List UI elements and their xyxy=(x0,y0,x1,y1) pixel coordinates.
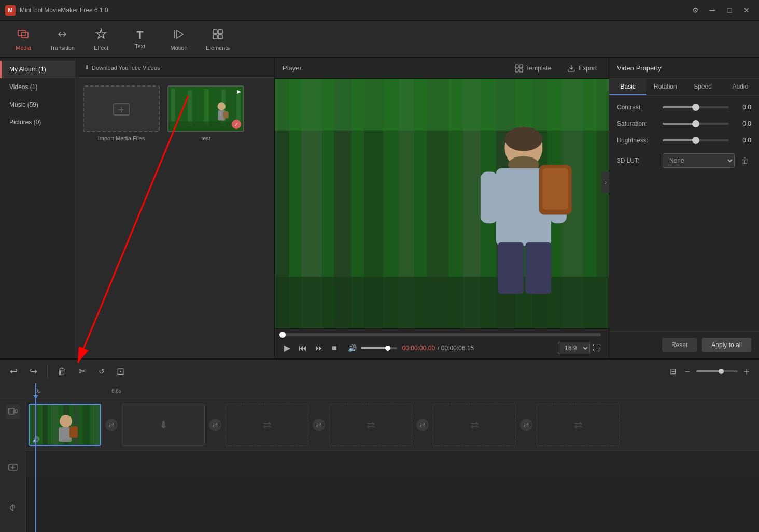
toolbar-media[interactable]: Media xyxy=(5,24,41,55)
brightness-value: 0.0 xyxy=(733,137,751,144)
lut-delete-button[interactable]: 🗑 xyxy=(739,154,751,167)
add-transition-4[interactable]: ⇄ xyxy=(415,404,430,446)
maximize-button[interactable]: □ xyxy=(722,3,737,18)
tab-audio[interactable]: Audio xyxy=(722,79,759,95)
storyboard-toggle[interactable]: ⊟ xyxy=(668,365,679,378)
export-button[interactable]: Export xyxy=(563,62,601,75)
download-youtube-button[interactable]: ⬇ Download YouTube Videos xyxy=(80,63,164,73)
sidebar-item-music[interactable]: Music (59) xyxy=(0,96,75,113)
sidebar-item-my-album[interactable]: My Album (1) xyxy=(0,61,75,78)
saturation-handle[interactable] xyxy=(692,120,699,127)
prev-frame-button[interactable]: ⏮ xyxy=(297,342,308,354)
media-grid: Import Media Files xyxy=(75,78,274,358)
minimize-button[interactable]: ─ xyxy=(705,3,720,18)
zoom-slider[interactable] xyxy=(696,370,738,372)
titlebar: M MiniTool MovieMaker Free 6.1.0 ⚙ ─ □ ✕ xyxy=(0,0,759,21)
settings-button[interactable]: ⚙ xyxy=(688,3,702,18)
player-label: Player xyxy=(283,64,302,72)
rotate-icon: ↺ xyxy=(99,367,105,376)
svg-rect-52 xyxy=(498,242,524,294)
undo-button[interactable]: ↩ xyxy=(8,364,20,379)
apply-all-button[interactable]: Apply to all xyxy=(702,338,751,352)
close-button[interactable]: ✕ xyxy=(739,3,754,18)
template-button[interactable]: Template xyxy=(511,62,556,75)
brightness-slider[interactable] xyxy=(663,139,729,141)
volume-slider[interactable] xyxy=(361,347,397,349)
video-clip-1[interactable]: 🔊 xyxy=(29,404,101,446)
text-icon: T xyxy=(136,30,143,41)
video-preview-content xyxy=(275,79,609,328)
zoom-out-button[interactable]: － xyxy=(683,365,692,378)
svg-rect-55 xyxy=(15,410,17,413)
zoom-in-button[interactable]: ＋ xyxy=(742,365,751,378)
add-transition-5[interactable]: ⇄ xyxy=(518,404,534,446)
redo-button[interactable]: ↪ xyxy=(27,364,39,379)
svg-rect-4 xyxy=(213,30,217,34)
svg-rect-5 xyxy=(218,30,222,34)
video-track-icon xyxy=(6,404,20,419)
controls-row: ▶ ⏮ ⏭ ■ 🔊 00:00:00.00 / 00:00:06.15 xyxy=(283,341,601,354)
progress-bar[interactable] xyxy=(283,333,601,336)
split-button[interactable]: ✂ xyxy=(77,364,89,379)
zoom-in-icon: ＋ xyxy=(742,365,751,378)
add-transition-3[interactable]: ⇄ xyxy=(311,404,327,446)
content-area: My Album (1) Videos (1) Music (59) Pictu… xyxy=(0,58,759,532)
svg-rect-42 xyxy=(275,79,609,131)
toolbar-transition[interactable]: Transition xyxy=(44,24,80,55)
sidebar-item-videos[interactable]: Videos (1) xyxy=(0,78,75,96)
brightness-handle[interactable] xyxy=(692,137,699,144)
tl-right-controls: ⊟ － ＋ xyxy=(668,365,751,378)
contrast-slider[interactable] xyxy=(663,106,729,108)
download-slot-icon: ⬇ xyxy=(159,419,168,431)
video-media-item[interactable]: ▶ ✓ test xyxy=(167,85,244,141)
zoom-handle[interactable] xyxy=(719,369,724,374)
tab-basic[interactable]: Basic xyxy=(609,79,646,95)
brightness-row: Brightness: 0.0 xyxy=(617,137,751,144)
import-thumb xyxy=(83,85,160,132)
play-button[interactable]: ▶ xyxy=(283,341,292,354)
playhead-arrow xyxy=(33,395,38,399)
track-content: 🔊 ⇄ ⬇ ⇄ xyxy=(26,399,759,532)
volume-handle[interactable] xyxy=(385,346,390,351)
audio-track-icon xyxy=(8,502,18,513)
crop-button[interactable]: ⊡ xyxy=(115,364,126,379)
toolbar-text[interactable]: T Text xyxy=(122,24,158,55)
toolbar-effect[interactable]: Effect xyxy=(83,24,119,55)
reset-button[interactable]: Reset xyxy=(662,338,697,352)
tab-speed[interactable]: Speed xyxy=(684,79,722,95)
tl-sep1 xyxy=(47,364,48,379)
progress-handle[interactable] xyxy=(279,332,286,338)
redo-icon: ↪ xyxy=(30,366,37,377)
add-transition-2[interactable]: ⇄ xyxy=(207,404,223,446)
elements-icon xyxy=(212,28,224,42)
svg-rect-65 xyxy=(82,405,90,446)
contrast-handle[interactable] xyxy=(692,104,699,111)
aspect-ratio-select[interactable]: 16:9 4:3 1:1 xyxy=(558,342,590,354)
svg-rect-26 xyxy=(519,69,523,72)
import-media-item[interactable]: Import Media Files xyxy=(83,85,160,141)
toolbar-elements[interactable]: Elements xyxy=(200,24,236,55)
contrast-fill xyxy=(663,106,696,108)
toolbar-motion[interactable]: Motion xyxy=(161,24,197,55)
tab-rotation[interactable]: Rotation xyxy=(646,79,684,95)
fullscreen-button[interactable]: ⛶ xyxy=(593,343,601,353)
svg-rect-24 xyxy=(519,65,523,68)
add-transition-1[interactable]: ⇄ xyxy=(104,404,119,446)
collapse-panel-button[interactable]: › xyxy=(602,172,609,193)
next-frame-button[interactable]: ⏭ xyxy=(314,342,325,354)
stop-button[interactable]: ■ xyxy=(330,342,339,354)
saturation-slider[interactable] xyxy=(663,123,729,125)
import-label: Import Media Files xyxy=(98,135,145,141)
sidebar-item-pictures[interactable]: Pictures (0) xyxy=(0,113,75,131)
svg-rect-6 xyxy=(213,35,217,39)
player-actions: Template Export xyxy=(511,62,601,75)
volume-control: 🔊 xyxy=(346,342,397,354)
timeline-ruler: 0s 6.6s xyxy=(0,383,759,399)
delete-clip-button[interactable]: 🗑 xyxy=(55,364,69,379)
add-track-icon[interactable] xyxy=(8,463,18,473)
lut-select[interactable]: None xyxy=(663,153,735,168)
rotate-button[interactable]: ↺ xyxy=(96,365,107,378)
empty-slot-1: ⬇ xyxy=(122,404,205,446)
volume-icon[interactable]: 🔊 xyxy=(346,342,358,354)
brightness-label: Brightness: xyxy=(617,137,658,144)
